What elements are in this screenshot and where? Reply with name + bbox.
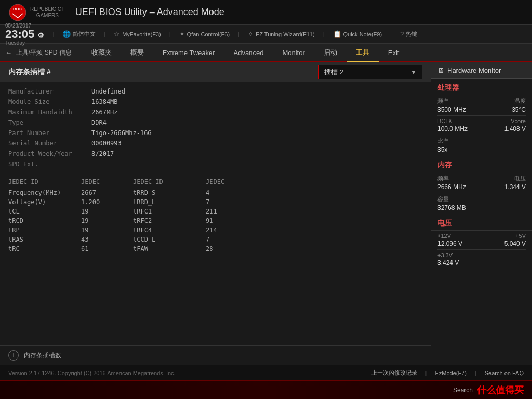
jedec-val1: 19 xyxy=(81,227,133,234)
hw-divider1 xyxy=(437,115,526,116)
jedec-header-col3: JEDEC ID xyxy=(133,178,206,185)
ad-brand[interactable]: 什么值得买 xyxy=(477,384,524,396)
jedec-val2: 7 xyxy=(206,198,247,206)
jedec-param2: tRFC4 xyxy=(133,227,206,234)
bclk-row: BCLK Vcore xyxy=(437,118,526,124)
vcore-value: 1.408 V xyxy=(504,125,526,132)
ad-content: Search 什么值得买 xyxy=(453,384,524,396)
info-row: SPD Ext. xyxy=(8,159,422,169)
hw-volt-title: 电压 xyxy=(431,215,532,231)
jedec-val1: 2667 xyxy=(81,189,133,196)
last-change-button[interactable]: 上一次的修改记录 xyxy=(371,369,417,377)
qfan-button[interactable]: ✦ Qfan Control(F6) xyxy=(179,30,230,38)
note-icon: 📋 xyxy=(333,30,341,38)
hotkeys-button[interactable]: ? 热键 xyxy=(400,30,417,38)
jedec-val2: 4 xyxy=(206,189,247,196)
nav-item-extreme-tweaker[interactable]: Extreme Tweaker xyxy=(153,44,224,62)
main-layout: 内存条插槽 # 插槽 2 ▼ ManufacturerUndefinedModu… xyxy=(0,62,532,365)
ez-mode-button[interactable]: EzMode(F7) xyxy=(435,370,467,376)
jedec-param1: tRAS xyxy=(8,236,81,243)
jedec-header-col4: JEDEC xyxy=(206,178,247,185)
nav-item-monitor[interactable]: Monitor xyxy=(273,44,314,62)
nav-item-advanced[interactable]: Advanced xyxy=(224,44,273,62)
hotkeys-label: 热键 xyxy=(406,30,417,38)
v12-value: 12.096 V xyxy=(437,240,462,247)
slot-selector[interactable]: 插槽 2 ▼ xyxy=(318,65,422,79)
dropdown-arrow-icon: ▼ xyxy=(410,69,417,76)
back-button[interactable]: ← xyxy=(5,49,12,57)
question-icon: ? xyxy=(400,30,404,38)
qfan-label: Qfan Control(F6) xyxy=(187,31,230,37)
mem-volt-value: 1.344 V xyxy=(504,183,526,191)
jedec-data-row: tRCD 19 tRFC2 91 xyxy=(8,216,422,225)
jedec-rows: Frequency(MHz) 2667 tRRD_S 4 Voltage(V) … xyxy=(8,188,422,254)
jedec-val2: 214 xyxy=(206,227,247,234)
language-selector[interactable]: 🌐 简体中文 xyxy=(62,30,96,38)
slot-label: 插槽 2 xyxy=(324,68,343,77)
svg-text:ROG: ROG xyxy=(13,7,22,11)
jedec-val1: 19 xyxy=(81,208,133,215)
quick-note-button[interactable]: 📋 Quick Note(F9) xyxy=(333,30,382,38)
info-field-label: Serial Number xyxy=(8,140,91,147)
info-field-value: 16384MB xyxy=(91,98,118,105)
mem-cap-value: 32768 MB xyxy=(437,204,466,211)
ratio-val-row: 35x xyxy=(437,146,526,153)
v33-label: +3.3V xyxy=(437,252,453,258)
jedec-val2: 91 xyxy=(206,217,247,224)
ez-tuning-button[interactable]: ✧ EZ Tuning Wizard(F11) xyxy=(248,30,315,38)
info-row: Serial Number00000993 xyxy=(8,138,422,149)
jedec-param1: Frequency(MHz) xyxy=(8,189,81,196)
vcore-label: Vcore xyxy=(511,118,526,124)
time-display: 23:05 ⚙ xyxy=(5,29,44,40)
info-field-value: Undefined xyxy=(91,88,125,95)
hw-divider2 xyxy=(437,135,526,135)
cpu-freq-val-row: 3500 MHz 35°C xyxy=(437,106,526,113)
ad-bar: Search 什么值得买 xyxy=(0,380,532,399)
jedec-param1: tCL xyxy=(8,208,81,215)
nav-item-exit[interactable]: Exit xyxy=(379,44,409,62)
right-panel: 🖥 Hardware Monitor 处理器 频率 温度 3500 MHz 35… xyxy=(431,62,532,365)
nav-item-boot[interactable]: 启动 xyxy=(314,44,347,62)
jedec-param1: Voltage(V) xyxy=(8,198,81,206)
footer-divider2: | xyxy=(475,370,476,376)
jedec-val2: 7 xyxy=(206,236,247,243)
nav-item-overview[interactable]: 概要 xyxy=(121,44,153,62)
slot-count-label: 内存条插槽数 xyxy=(24,351,61,360)
cpu-freq-value: 3500 MHz xyxy=(437,106,466,113)
datetime: 05/23/2017 23:05 ⚙ Tuesday xyxy=(5,23,44,46)
info-field-label: Manufacturer xyxy=(8,88,91,95)
jedec-val1: 61 xyxy=(81,245,133,252)
ratio-label-row: 比率 xyxy=(437,137,526,145)
jedec-section: JEDEC ID JEDEC JEDEC ID JEDEC Frequency(… xyxy=(0,174,431,258)
v12-label: +12V xyxy=(437,233,451,239)
jedec-param1: tRC xyxy=(8,245,81,252)
search-faq-button[interactable]: Search on FAQ xyxy=(485,370,524,376)
info-row: Part NumberTigo-2666Mhz-16G xyxy=(8,128,422,138)
v33-value: 3.424 V xyxy=(437,259,459,267)
myfavorite-button[interactable]: ☆ MyFavorite(F3) xyxy=(114,30,161,38)
footer: Version 2.17.1246. Copyright (C) 2016 Am… xyxy=(0,365,532,380)
jedec-val1: 43 xyxy=(81,236,133,243)
divider5: | xyxy=(323,31,325,37)
jedec-data-row: tCL 19 tRFC1 211 xyxy=(8,207,422,216)
gear-icon[interactable]: ⚙ xyxy=(37,31,44,39)
v12-row: +12V +5V xyxy=(437,233,526,239)
bclk-label: BCLK xyxy=(437,118,453,124)
jedec-data-row: tRAS 43 tCCD_L 7 xyxy=(8,235,422,244)
divider4: | xyxy=(238,31,240,37)
nav-item-tools[interactable]: 工具 xyxy=(347,44,379,62)
jedec-data-row: Voltage(V) 1.200 tRRD_L 7 xyxy=(8,197,422,207)
nav-item-favorites[interactable]: 收藏夹 xyxy=(82,44,121,62)
v5-label: +5V xyxy=(515,233,526,239)
fan-icon: ✦ xyxy=(179,30,185,38)
quick-note-label: Quick Note(F9) xyxy=(343,31,382,37)
info-field-label: Maximum Bandwidth xyxy=(8,109,91,116)
jedec-header: JEDEC ID JEDEC JEDEC ID JEDEC xyxy=(8,176,422,188)
mem-cap-label: 容量 xyxy=(437,195,449,203)
jedec-param2: tCCD_L xyxy=(133,236,206,243)
info-field-label: Module Size xyxy=(8,98,91,105)
bclk-value: 100.0 MHz xyxy=(437,125,468,132)
info-field-label: Type xyxy=(8,119,91,126)
language-label: 简体中文 xyxy=(73,30,96,38)
mem-cap-val-row: 32768 MB xyxy=(437,204,526,211)
